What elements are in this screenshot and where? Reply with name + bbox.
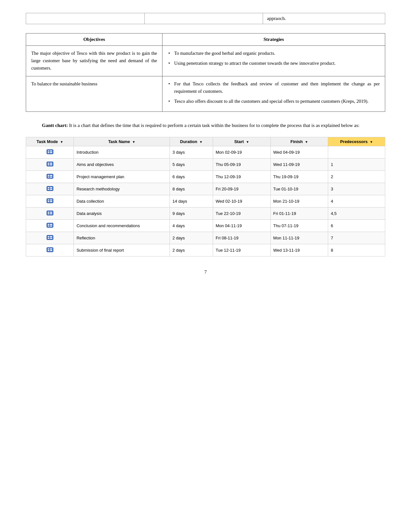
gantt-predecessors-cell: 8 bbox=[328, 244, 385, 256]
gantt-row: Research methodology8 daysFri 20-09-19Tu… bbox=[26, 183, 385, 195]
svg-rect-35 bbox=[47, 235, 53, 240]
th-start[interactable]: Start ▼ bbox=[213, 137, 270, 146]
gantt-start-cell: Tue 12-11-19 bbox=[213, 244, 270, 256]
gantt-task-mode-cell bbox=[26, 183, 74, 195]
gantt-finish-cell: Thu 07-11-19 bbox=[270, 219, 328, 232]
gantt-start-cell: Thu 12-09-19 bbox=[213, 170, 270, 183]
th-predecessors[interactable]: Predecessors ▼ bbox=[328, 137, 385, 146]
gantt-row: Reflection2 daysFri 08-11-19Mon 11-11-19… bbox=[26, 232, 385, 244]
svg-rect-24 bbox=[50, 201, 52, 202]
gantt-para-text: It is a chart that defines the time that… bbox=[68, 123, 359, 128]
gantt-task-mode-cell bbox=[26, 207, 74, 219]
svg-rect-20 bbox=[47, 198, 53, 203]
gantt-task-mode-cell bbox=[26, 244, 74, 256]
gantt-predecessors-cell: 4,5 bbox=[328, 207, 385, 219]
gantt-header-row: Task Mode ▼ Task Name ▼ Duration ▼ Start… bbox=[26, 137, 385, 146]
gantt-row: Data collection14 daysWed 02-10-19Mon 21… bbox=[26, 195, 385, 207]
task-mode-icon bbox=[46, 247, 54, 253]
gantt-task-name-cell: Data analysis bbox=[74, 207, 170, 219]
start-dropdown-icon: ▼ bbox=[246, 140, 249, 144]
gantt-task-name-cell: Project management plan bbox=[74, 170, 170, 183]
gantt-table: Task Mode ▼ Task Name ▼ Duration ▼ Start… bbox=[26, 137, 385, 256]
svg-rect-41 bbox=[48, 248, 49, 249]
gantt-task-name-cell: Introduction bbox=[74, 146, 170, 158]
svg-rect-11 bbox=[48, 175, 49, 176]
svg-rect-2 bbox=[48, 152, 49, 153]
gantt-finish-cell: Mon 11-11-19 bbox=[270, 232, 328, 244]
svg-rect-39 bbox=[50, 238, 52, 239]
gantt-finish-cell: Wed 11-09-19 bbox=[270, 158, 328, 170]
svg-rect-16 bbox=[48, 187, 49, 188]
task-mode-icon bbox=[46, 234, 54, 241]
svg-rect-14 bbox=[50, 177, 52, 178]
task-mode-dropdown-icon: ▼ bbox=[60, 140, 63, 144]
page-number: 7 bbox=[26, 269, 385, 275]
gantt-task-name-cell: Data collection bbox=[74, 195, 170, 207]
gantt-task-name-cell: Aims and objectives bbox=[74, 158, 170, 170]
svg-rect-17 bbox=[48, 189, 49, 190]
svg-rect-21 bbox=[48, 199, 49, 200]
gantt-duration-cell: 2 days bbox=[170, 244, 213, 256]
gantt-predecessors-cell: 4 bbox=[328, 195, 385, 207]
gantt-duration-cell: 6 days bbox=[170, 170, 213, 183]
svg-rect-27 bbox=[48, 213, 49, 214]
svg-rect-37 bbox=[48, 238, 49, 239]
gantt-task-name-cell: Research methodology bbox=[74, 183, 170, 195]
gantt-start-cell: Mon 04-11-19 bbox=[213, 219, 270, 232]
task-name-dropdown-icon: ▼ bbox=[132, 140, 135, 144]
duration-dropdown-icon: ▼ bbox=[200, 140, 203, 144]
gantt-duration-cell: 9 days bbox=[170, 207, 213, 219]
gantt-start-cell: Fri 08-11-19 bbox=[213, 232, 270, 244]
strategies-header: Strategies bbox=[162, 34, 385, 46]
svg-rect-3 bbox=[50, 150, 52, 151]
svg-rect-0 bbox=[47, 150, 53, 154]
svg-rect-15 bbox=[47, 186, 53, 191]
th-task-name[interactable]: Task Name ▼ bbox=[74, 137, 170, 146]
th-finish[interactable]: Finish ▼ bbox=[270, 137, 328, 146]
objectives-strategies-table: Objectives Strategies The major objectiv… bbox=[26, 33, 385, 112]
gantt-task-mode-cell bbox=[26, 170, 74, 183]
svg-rect-31 bbox=[48, 224, 49, 225]
gantt-duration-cell: 14 days bbox=[170, 195, 213, 207]
obj-left-1: The major objective of Tesco with this n… bbox=[26, 46, 162, 76]
gantt-start-cell: Thu 05-09-19 bbox=[213, 158, 270, 170]
gantt-task-mode-cell bbox=[26, 158, 74, 170]
gantt-task-mode-cell bbox=[26, 195, 74, 207]
gantt-predecessors-cell: 2 bbox=[328, 170, 385, 183]
task-mode-icon bbox=[46, 149, 54, 155]
gantt-finish-cell: Mon 21-10-19 bbox=[270, 195, 328, 207]
th-duration[interactable]: Duration ▼ bbox=[170, 137, 213, 146]
task-mode-icon bbox=[46, 210, 54, 216]
svg-rect-19 bbox=[50, 189, 52, 190]
svg-rect-26 bbox=[48, 212, 49, 213]
strategy-item-2-1: For that Tesco collects the feedback and… bbox=[168, 80, 380, 95]
th-task-mode[interactable]: Task Mode ▼ bbox=[26, 137, 74, 146]
strategies-list-1: To manufacture the good herbal and organ… bbox=[168, 50, 380, 67]
svg-rect-12 bbox=[48, 177, 49, 178]
gantt-duration-cell: 5 days bbox=[170, 158, 213, 170]
svg-rect-4 bbox=[50, 152, 52, 153]
gantt-finish-cell: Wed 04-09-19 bbox=[270, 146, 328, 158]
gantt-duration-cell: 4 days bbox=[170, 219, 213, 232]
gantt-finish-cell: Fri 01-11-19 bbox=[270, 207, 328, 219]
gantt-finish-cell: Tue 01-10-19 bbox=[270, 183, 328, 195]
task-mode-icon bbox=[46, 222, 54, 228]
finish-dropdown-icon: ▼ bbox=[305, 140, 308, 144]
gantt-duration-cell: 2 days bbox=[170, 232, 213, 244]
gantt-row: Aims and objectives5 daysThu 05-09-19Wed… bbox=[26, 158, 385, 170]
task-mode-icon bbox=[46, 161, 54, 167]
gantt-duration-cell: 3 days bbox=[170, 146, 213, 158]
svg-rect-44 bbox=[50, 250, 52, 251]
gantt-task-mode-cell bbox=[26, 232, 74, 244]
obj-row-2: To balance the sustainable business For … bbox=[26, 76, 385, 112]
task-mode-icon bbox=[46, 198, 54, 204]
obj-right-1: To manufacture the good herbal and organ… bbox=[162, 46, 385, 76]
gantt-row: Project management plan6 daysThu 12-09-1… bbox=[26, 170, 385, 183]
svg-rect-42 bbox=[48, 250, 49, 251]
svg-rect-25 bbox=[47, 211, 53, 215]
gantt-row: Introduction3 daysMon 02-09-19Wed 04-09-… bbox=[26, 146, 385, 158]
gantt-start-cell: Wed 02-10-19 bbox=[213, 195, 270, 207]
svg-rect-40 bbox=[47, 247, 53, 252]
gantt-predecessors-cell: 3 bbox=[328, 183, 385, 195]
task-mode-icon bbox=[46, 185, 54, 192]
